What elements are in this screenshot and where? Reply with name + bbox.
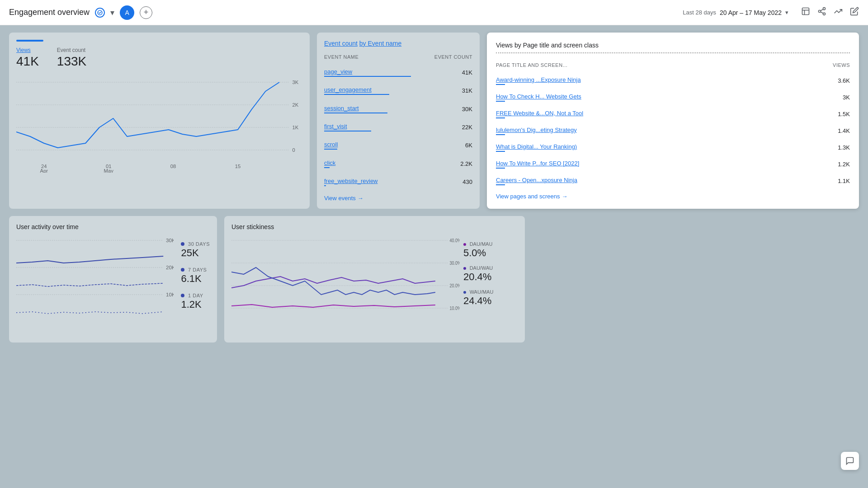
- legend-item: 1 DAY 1.2K: [181, 292, 210, 310]
- page-bar: [496, 168, 505, 169]
- page-bar: [496, 184, 505, 185]
- svg-text:2K: 2K: [292, 102, 299, 108]
- legend-dot: [181, 268, 184, 272]
- bottom-row: User activity over time 30K 20K: [9, 216, 859, 343]
- pages-card-title: Views by Page title and screen class: [496, 42, 850, 53]
- views-label[interactable]: Views: [16, 47, 39, 53]
- share-icon[interactable]: [817, 7, 826, 18]
- page-views-cell: 1.1K: [792, 173, 850, 189]
- event-name-cell[interactable]: click: [324, 155, 411, 173]
- table-row: page_view 41K: [324, 63, 472, 81]
- page-views-cell: 3.6K: [792, 72, 850, 89]
- activity-card: User activity over time 30K 20K: [9, 216, 217, 343]
- event-name-cell[interactable]: free_website_review: [324, 173, 411, 191]
- views-value: 41K: [16, 54, 39, 69]
- pages-card: Views by Page title and screen class PAG…: [487, 33, 859, 209]
- svg-point-0: [98, 10, 102, 15]
- chat-icon: [845, 456, 854, 465]
- page-name-cell[interactable]: What is Digital... Your Ranking): [496, 139, 792, 156]
- event-card-by: by Event name: [359, 40, 401, 47]
- stickiness-legend-value: 20.4%: [463, 271, 518, 283]
- view-pages-link[interactable]: View pages and screens →: [496, 189, 850, 200]
- svg-text:0: 0: [292, 147, 295, 153]
- edit-icon[interactable]: [850, 7, 859, 18]
- page-bar: [496, 151, 505, 152]
- page-bar: [496, 117, 505, 118]
- event-bar: [324, 94, 389, 95]
- table-row: lululemon's Dig...eting Strategy 1.4K: [496, 122, 850, 139]
- views-chart: 3K 2K 1K 0 24 Apr 01 May 08 15: [16, 73, 302, 173]
- views-bar: [16, 40, 43, 42]
- plus-icon: +: [144, 8, 149, 17]
- event-count-title-link[interactable]: Event count: [324, 40, 358, 47]
- svg-text:10K: 10K: [166, 292, 174, 297]
- event-name-cell[interactable]: session_start: [324, 100, 411, 118]
- event-bar: [324, 149, 337, 150]
- page-name-cell[interactable]: lululemon's Dig...eting Strategy: [496, 122, 792, 139]
- table-row: session_start 30K: [324, 100, 472, 118]
- svg-text:20.0%: 20.0%: [449, 283, 460, 289]
- page-name-cell[interactable]: How To Write P...for SEO [2022]: [496, 156, 792, 173]
- legend-item: 30 DAYS 25K: [181, 240, 210, 259]
- trend-icon[interactable]: [834, 7, 843, 18]
- date-range-value: 20 Apr – 17 May 2022: [720, 9, 782, 16]
- event-count-label: Event count: [57, 47, 86, 53]
- event-count-value: 133K: [57, 54, 86, 69]
- activity-inner: 30K 20K 10K 30 DAYS 25K 7 DAYS 6.1K 1 D: [16, 236, 210, 326]
- date-dropdown-icon[interactable]: ▾: [785, 9, 788, 16]
- view-events-label: View events: [324, 195, 356, 202]
- chat-bubble[interactable]: [841, 452, 859, 470]
- event-name-cell[interactable]: user_engagement: [324, 81, 411, 99]
- views-metric: Views 41K: [16, 47, 39, 69]
- verified-badge[interactable]: [95, 8, 105, 18]
- event-count-cell: 41K: [411, 63, 472, 81]
- svg-text:30.0%: 30.0%: [449, 261, 460, 266]
- page-views-cell: 1.2K: [792, 156, 850, 173]
- page-views-cell: 1.5K: [792, 106, 850, 122]
- svg-point-4: [823, 8, 826, 10]
- col-event-name: EVENT NAME: [324, 52, 411, 63]
- page-name-cell[interactable]: FREE Website &...ON, Not a Tool: [496, 106, 792, 122]
- event-count-cell: 22K: [411, 118, 472, 136]
- page-name-cell[interactable]: Careers - Open...xposure Ninja: [496, 173, 792, 189]
- legend-label: 30 DAYS: [188, 241, 210, 247]
- header: Engagement overview ▾ A + Last 28 days 2…: [0, 0, 868, 25]
- views-line-chart: 3K 2K 1K 0 24 Apr 01 May 08 15: [16, 73, 302, 173]
- stickiness-legend-label: WAU/MAU: [470, 289, 494, 295]
- activity-chart: 30K 20K 10K: [16, 236, 174, 326]
- verified-icon: [95, 8, 105, 18]
- pages-table: PAGE TITLE AND SCREEN... VIEWS Award-win…: [496, 61, 850, 189]
- legend-value: 1.2K: [181, 299, 210, 310]
- page-title: Engagement overview: [9, 8, 90, 17]
- view-pages-label: View pages and screens: [496, 193, 560, 200]
- title-dropdown[interactable]: ▾: [110, 8, 114, 18]
- stickiness-inner: 40.0% 30.0% 20.0% 10.0% DAU/MAU 5.0% DAU…: [231, 236, 518, 326]
- stickiness-legend-dot: [463, 267, 466, 270]
- event-name-cell[interactable]: scroll: [324, 136, 411, 155]
- event-count-cell: 31K: [411, 81, 472, 99]
- page-name-cell[interactable]: How To Check H... Website Gets: [496, 89, 792, 106]
- table-row: user_engagement 31K: [324, 81, 472, 99]
- svg-text:Apr: Apr: [40, 168, 48, 173]
- col-page-title: PAGE TITLE AND SCREEN...: [496, 61, 792, 72]
- add-button[interactable]: +: [140, 6, 152, 19]
- svg-line-8: [821, 9, 823, 10]
- svg-text:30K: 30K: [166, 238, 174, 243]
- page-name-cell[interactable]: Award-winning ...Exposure Ninja: [496, 72, 792, 89]
- page-views-cell: 3K: [792, 89, 850, 106]
- event-bar: [324, 167, 330, 168]
- avatar[interactable]: A: [120, 5, 134, 20]
- event-count-cell: 6K: [411, 136, 472, 155]
- event-name-cell[interactable]: page_view: [324, 63, 411, 81]
- view-events-link[interactable]: View events →: [324, 191, 472, 202]
- svg-line-7: [821, 12, 823, 13]
- page-bar: [496, 134, 505, 135]
- stickiness-legend-dot: [463, 291, 466, 294]
- event-name-cell[interactable]: first_visit: [324, 118, 411, 136]
- stickiness-legend-label: DAU/MAU: [470, 241, 493, 247]
- legend-label: 1 DAY: [188, 293, 203, 298]
- date-prefix: Last 28 days: [683, 9, 716, 16]
- report-icon[interactable]: [801, 7, 810, 18]
- page-bar: [496, 101, 505, 102]
- stickiness-legend-item: DAU/WAU 20.4%: [463, 264, 518, 283]
